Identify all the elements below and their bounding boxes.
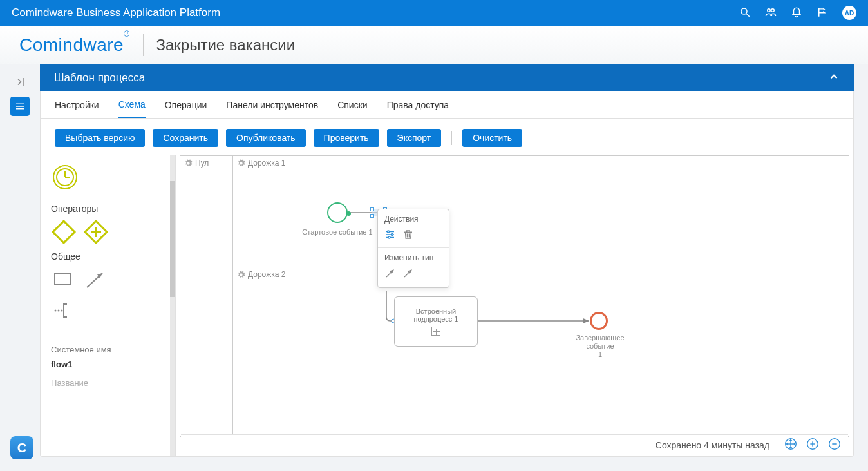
- flow-default-icon[interactable]: [384, 267, 396, 281]
- context-change-type-label: Изменить тип: [378, 248, 449, 267]
- tab-bar: Настройки Схема Операции Панели инструме…: [41, 91, 853, 119]
- flow-conditional-icon[interactable]: [402, 267, 414, 281]
- brand-logo: Comindware®: [19, 35, 130, 55]
- start-event-anchor[interactable]: [346, 211, 351, 216]
- brand-name: Comindware: [19, 35, 124, 55]
- context-actions-label: Действия: [378, 209, 449, 229]
- page-title: Закрытие вакансии: [156, 36, 296, 54]
- general-section-label: Общее: [51, 251, 165, 262]
- sequence-flow-icon[interactable]: [83, 267, 109, 293]
- tab-toolbars[interactable]: Панели инструментов: [226, 91, 318, 118]
- pool[interactable]: Пул Дорожка 1: [180, 155, 849, 437]
- subprocess-label-1: Встроенный: [416, 307, 456, 315]
- svg-point-0: [741, 8, 747, 14]
- content-area: Шаблон процесса Настройки Схема Операции…: [40, 64, 868, 471]
- tab-diagram[interactable]: Схема: [118, 91, 146, 118]
- brand-reg: ®: [124, 30, 129, 39]
- lane-1[interactable]: Дорожка 1: [233, 156, 849, 267]
- gear-icon[interactable]: [237, 159, 245, 168]
- pool-header[interactable]: Пул: [180, 156, 233, 436]
- panel-title: Шаблон процесса: [54, 72, 145, 84]
- svg-rect-16: [55, 273, 70, 285]
- chevron-up-icon[interactable]: [828, 71, 840, 86]
- end-event-node[interactable]: [590, 312, 608, 330]
- svg-point-19: [55, 310, 57, 312]
- svg-rect-12: [53, 221, 75, 243]
- rail-menu-icon[interactable]: [10, 97, 30, 116]
- select-version-button[interactable]: Выбрать версию: [55, 129, 145, 147]
- action-toolbar: Выбрать версию Сохранить Опубликовать Пр…: [41, 119, 853, 155]
- panel-body: Настройки Схема Операции Панели инструме…: [40, 91, 854, 457]
- svg-point-28: [388, 236, 390, 238]
- people-icon[interactable]: [765, 6, 777, 20]
- settings-icon[interactable]: [384, 229, 396, 242]
- lane-2[interactable]: Дорожка 2: [233, 267, 849, 436]
- main-layout: C Шаблон процесса Настройки Схема Операц…: [0, 64, 868, 471]
- export-button[interactable]: Экспорт: [387, 129, 442, 147]
- save-button[interactable]: Сохранить: [153, 129, 218, 147]
- gateway-exclusive-icon[interactable]: [51, 219, 77, 245]
- user-avatar[interactable]: AD: [842, 6, 856, 20]
- lane-2-label: Дорожка 2: [248, 270, 285, 279]
- timer-event-icon[interactable]: [51, 163, 79, 191]
- brand-row: Comindware® Закрытие вакансии: [0, 26, 868, 64]
- trash-icon[interactable]: [402, 229, 414, 242]
- diagram-editor: Операторы Общее: [41, 155, 853, 456]
- svg-point-20: [58, 310, 60, 312]
- gear-icon[interactable]: [184, 159, 193, 168]
- lane-1-label: Дорожка 1: [248, 159, 285, 168]
- bell-icon[interactable]: [791, 6, 802, 20]
- sysname-label: Системное имя: [51, 345, 165, 354]
- flag-icon[interactable]: [816, 6, 828, 20]
- tab-settings[interactable]: Настройки: [55, 91, 99, 118]
- name-label: Название: [51, 378, 165, 388]
- sidebar-scrollbar-thumb[interactable]: [170, 181, 175, 297]
- svg-line-1: [746, 14, 750, 17]
- sysname-value: flow1: [51, 360, 165, 369]
- status-bar: Сохранено 4 минуты назад: [181, 434, 848, 455]
- subprocess-node[interactable]: Встроенный подпроцесс 1: [394, 296, 478, 347]
- operators-section-label: Операторы: [51, 204, 165, 214]
- panel-header[interactable]: Шаблон процесса: [40, 64, 854, 91]
- tab-operations[interactable]: Операции: [165, 91, 207, 118]
- zoom-out-icon[interactable]: [827, 437, 842, 453]
- annotation-rect-icon[interactable]: [51, 267, 77, 293]
- diagram-canvas[interactable]: Пул Дорожка 1: [176, 155, 853, 456]
- svg-point-21: [61, 310, 63, 312]
- app-title: Comindware Business Application Platform: [12, 6, 220, 19]
- start-event-label: Стартовое событие 1: [299, 228, 376, 236]
- zoom-fit-icon[interactable]: [784, 437, 798, 453]
- subprocess-label-2: подпроцесс 1: [414, 315, 458, 323]
- pool-label-text: Пул: [195, 159, 209, 168]
- app-bar: Comindware Business Application Platform…: [0, 0, 868, 26]
- zoom-in-icon[interactable]: [806, 437, 820, 453]
- svg-point-2: [768, 8, 771, 12]
- publish-button[interactable]: Опубликовать: [226, 129, 306, 147]
- left-rail: C: [0, 64, 40, 471]
- check-button[interactable]: Проверить: [314, 129, 379, 147]
- svg-point-27: [392, 234, 393, 236]
- toolbar-divider: [451, 131, 452, 145]
- brand-divider: [143, 34, 144, 56]
- rail-app-logo[interactable]: C: [10, 436, 33, 459]
- gateway-parallel-icon[interactable]: [83, 219, 109, 245]
- search-icon[interactable]: [739, 6, 751, 20]
- svg-point-3: [771, 8, 775, 12]
- status-saved-text: Сохранено 4 минуты назад: [656, 440, 769, 450]
- rail-collapse-icon[interactable]: [10, 72, 30, 91]
- palette-divider: [51, 334, 165, 334]
- subprocess-expand-icon[interactable]: [431, 327, 440, 336]
- text-annotation-icon[interactable]: [51, 298, 77, 323]
- clear-button[interactable]: Очистить: [462, 129, 522, 147]
- svg-point-26: [388, 231, 390, 233]
- tab-lists[interactable]: Списки: [337, 91, 367, 118]
- start-event-node[interactable]: [327, 202, 348, 223]
- gear-icon[interactable]: [237, 271, 245, 279]
- tab-permissions[interactable]: Права доступа: [387, 91, 449, 118]
- end-event-label: Завершающее событие 1: [561, 334, 639, 360]
- app-bar-icons: AD: [739, 6, 856, 20]
- element-palette: Операторы Общее: [41, 155, 176, 456]
- context-menu: Действия Измени: [377, 209, 449, 288]
